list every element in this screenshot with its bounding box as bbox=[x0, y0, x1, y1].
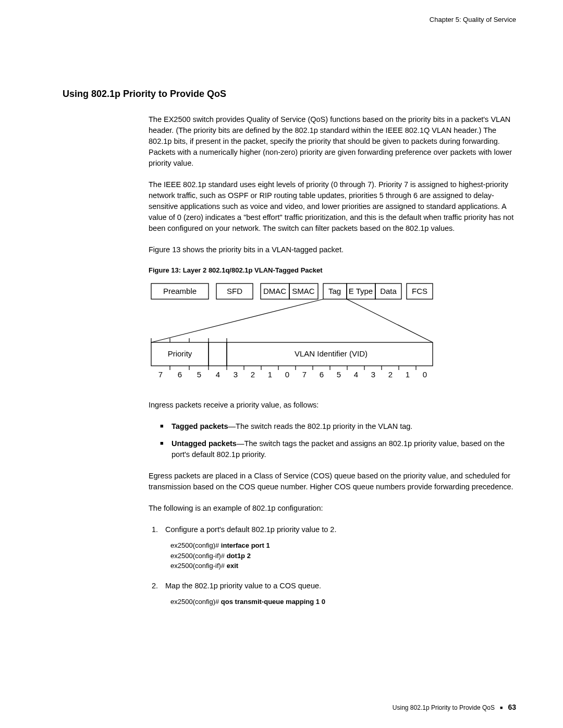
step-2-code: ex2500(config)# qos transmit-queue mappi… bbox=[170, 597, 516, 607]
bullet-untagged: Untagged packets—The switch tags the pac… bbox=[160, 438, 516, 460]
code-1c-pre: ex2500(config-if)# bbox=[170, 562, 227, 570]
step-1-code: ex2500(config)# interface port 1 ex2500(… bbox=[170, 540, 516, 571]
bit-6: 1 bbox=[268, 370, 272, 379]
fig-cell-tag: Tag bbox=[328, 287, 341, 295]
fig-cell-preamble: Preamble bbox=[163, 287, 197, 295]
bullet-untagged-bold: Untagged packets bbox=[172, 439, 237, 448]
fig-priority-label: Priority bbox=[168, 349, 192, 358]
chapter-header: Chapter 5: Quality of Service bbox=[63, 16, 516, 23]
svg-rect-11 bbox=[209, 342, 227, 366]
paragraph-1: The EX2500 switch provides Quality of Se… bbox=[149, 114, 516, 169]
svg-line-8 bbox=[151, 299, 323, 342]
paragraph-3: Figure 13 shows the priority bits in a V… bbox=[149, 244, 516, 255]
step-2-text: Map the 802.1p priority value to a COS q… bbox=[165, 582, 321, 590]
bit-14: 1 bbox=[406, 370, 410, 379]
code-2a-pre: ex2500(config)# bbox=[170, 598, 221, 606]
svg-line-9 bbox=[347, 299, 433, 342]
bit-2: 5 bbox=[197, 370, 201, 379]
bit-10: 5 bbox=[337, 370, 341, 379]
footer-text: Using 802.1p Priority to Provide QoS bbox=[393, 704, 495, 711]
ordered-steps: Configure a port's default 802.1p priori… bbox=[149, 524, 516, 607]
bit-5: 2 bbox=[251, 370, 255, 379]
bullet-list: Tagged packets—The switch reads the 802.… bbox=[149, 421, 516, 460]
code-1b-pre: ex2500(config-if)# bbox=[170, 552, 227, 560]
page-footer: Using 802.1p Priority to Provide QoS ■ 6… bbox=[393, 703, 516, 711]
bit-1: 6 bbox=[178, 370, 182, 379]
code-1a-pre: ex2500(config)# bbox=[170, 541, 221, 549]
fig-cell-fcs: FCS bbox=[412, 287, 427, 295]
paragraph-6: The following is an example of 802.1p co… bbox=[149, 503, 516, 514]
bit-8: 7 bbox=[302, 370, 307, 379]
bit-3: 4 bbox=[216, 370, 220, 379]
fig-cell-smac: SMAC bbox=[292, 287, 315, 295]
fig-cell-dmac: DMAC bbox=[263, 287, 286, 295]
paragraph-2: The IEEE 802.1p standard uses eight leve… bbox=[149, 179, 516, 234]
bit-9: 6 bbox=[320, 370, 324, 379]
bit-7: 0 bbox=[285, 370, 289, 379]
step-2: Map the 802.1p priority value to a COS q… bbox=[160, 581, 516, 607]
code-1c-cmd: exit bbox=[227, 562, 238, 570]
figure-13: Preamble SFD DMAC SMAC Tag E Type Data F… bbox=[149, 281, 516, 388]
section-heading: Using 802.1p Priority to Provide QoS bbox=[63, 89, 516, 100]
fig-cell-sfd: SFD bbox=[227, 287, 242, 295]
step-1-text: Configure a port's default 802.1p priori… bbox=[165, 525, 336, 534]
code-1a-cmd: interface port 1 bbox=[221, 541, 270, 549]
bullet-tagged-rest: —The switch reads the 802.1p priority in… bbox=[228, 422, 413, 430]
footer-divider-icon: ■ bbox=[500, 705, 503, 710]
bit-12: 3 bbox=[371, 370, 375, 379]
bit-11: 4 bbox=[354, 370, 358, 379]
fig-cell-data: Data bbox=[380, 287, 397, 295]
step-1: Configure a port's default 802.1p priori… bbox=[160, 524, 516, 571]
bit-13: 2 bbox=[388, 370, 393, 379]
page-number: 63 bbox=[508, 703, 516, 711]
paragraph-4: Ingress packets receive a priority value… bbox=[149, 400, 516, 411]
fig-vid-label: VLAN Identifier (VID) bbox=[295, 349, 368, 358]
bullet-tagged: Tagged packets—The switch reads the 802.… bbox=[160, 421, 516, 432]
bullet-tagged-bold: Tagged packets bbox=[172, 422, 228, 430]
bit-0: 7 bbox=[158, 370, 163, 379]
code-2a-cmd: qos transmit-queue mapping 1 0 bbox=[221, 598, 325, 606]
figure-caption: Figure 13: Layer 2 802.1q/802.1p VLAN-Ta… bbox=[149, 266, 516, 276]
fig-cell-etype: E Type bbox=[349, 287, 373, 295]
bit-4: 3 bbox=[234, 370, 238, 379]
paragraph-5: Egress packets are placed in a Class of … bbox=[149, 471, 516, 492]
code-1b-cmd: dot1p 2 bbox=[227, 552, 251, 560]
bit-15: 0 bbox=[423, 370, 427, 379]
